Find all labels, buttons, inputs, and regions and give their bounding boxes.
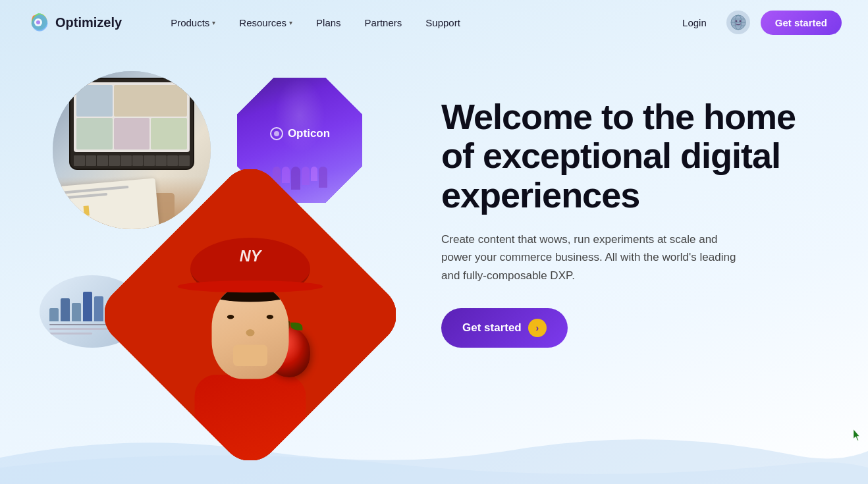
hero-title: Welcome to the home of exceptional digit… bbox=[441, 97, 797, 215]
logo-link[interactable]: Optimizely bbox=[26, 11, 122, 34]
nav-products[interactable]: Products ▾ bbox=[161, 12, 225, 34]
svg-point-9 bbox=[739, 20, 741, 22]
nav-right: Login Get started bbox=[673, 11, 842, 35]
nav-get-started-button[interactable]: Get started bbox=[761, 11, 842, 35]
nav-links: Products ▾ Resources ▾ Plans Partners Su… bbox=[161, 12, 673, 34]
svg-point-8 bbox=[735, 20, 737, 22]
hero-section: Opticon NY bbox=[0, 45, 868, 484]
hero-content: Welcome to the home of exceptional digit… bbox=[415, 58, 797, 348]
mouse-cursor bbox=[854, 429, 861, 441]
resources-chevron-icon: ▾ bbox=[289, 19, 292, 26]
language-selector[interactable] bbox=[726, 11, 750, 34]
nav-support[interactable]: Support bbox=[416, 12, 470, 34]
logo-icon bbox=[26, 11, 50, 34]
nav-plans[interactable]: Plans bbox=[307, 12, 350, 34]
logo-text: Optimizely bbox=[55, 15, 122, 30]
hero-get-started-button[interactable]: Get started › bbox=[441, 308, 568, 348]
bottom-wave bbox=[0, 431, 868, 484]
cta-arrow-icon: › bbox=[528, 319, 547, 337]
hero-subtitle: Create content that wows, run experiment… bbox=[441, 230, 744, 284]
products-chevron-icon: ▾ bbox=[212, 19, 215, 26]
login-button[interactable]: Login bbox=[673, 12, 716, 34]
opticon-logo: Opticon bbox=[269, 126, 330, 141]
globe-icon bbox=[730, 14, 747, 31]
laptop-image bbox=[53, 71, 211, 229]
svg-point-2 bbox=[36, 20, 40, 24]
navigation: Optimizely Products ▾ Resources ▾ Plans … bbox=[0, 0, 868, 45]
svg-point-11 bbox=[274, 131, 279, 136]
nav-resources[interactable]: Resources ▾ bbox=[230, 12, 302, 34]
nav-partners[interactable]: Partners bbox=[356, 12, 412, 34]
hero-images: Opticon NY bbox=[40, 58, 415, 466]
